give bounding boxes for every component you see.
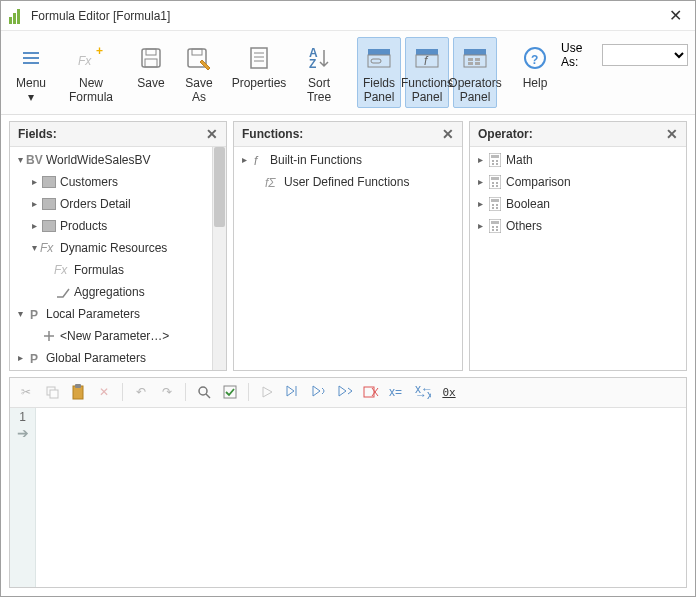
- code-editor[interactable]: 1 ➔: [10, 408, 686, 587]
- tree-node-products[interactable]: ▸ Products: [10, 215, 212, 237]
- play-icon: [261, 386, 273, 398]
- help-button[interactable]: ? Help: [513, 37, 557, 108]
- tree-node-customers[interactable]: ▸ Customers: [10, 171, 212, 193]
- tree-node-math[interactable]: ▸ Math: [470, 149, 686, 171]
- tree-node-formulas[interactable]: ▸ Fx Formulas: [10, 259, 212, 281]
- delete-button[interactable]: ✕: [94, 382, 114, 402]
- formula-editor-area: ✂ ✕ ↶ ↷ x= x←→x 0x 1 ➔: [9, 377, 687, 588]
- svg-text:x=: x=: [389, 385, 402, 399]
- svg-text:→x: →x: [415, 388, 431, 399]
- svg-text:?: ?: [531, 53, 538, 67]
- svg-point-64: [496, 204, 498, 206]
- redo-button[interactable]: ↷: [157, 382, 177, 402]
- editor-toolbar: ✂ ✕ ↶ ↷ x= x←→x 0x: [10, 378, 686, 408]
- save-button[interactable]: Save: [129, 37, 173, 108]
- menu-button[interactable]: Menu ▾: [9, 37, 53, 108]
- bv-icon: BV: [26, 152, 44, 168]
- window-title: Formula Editor [Formula1]: [31, 9, 663, 23]
- fields-panel: Fields: ✕ ▾ BV WorldWideSalesBV ▸ Custom…: [9, 121, 227, 371]
- fields-panel-icon: [363, 42, 395, 74]
- save-as-button[interactable]: Save As: [177, 37, 221, 108]
- svg-point-66: [496, 207, 498, 209]
- tree-node-dynamic-resources[interactable]: ▾ Fx Dynamic Resources: [10, 237, 212, 259]
- operators-panel-title: Operator:: [478, 127, 666, 141]
- cut-button[interactable]: ✂: [16, 382, 36, 402]
- undo-icon: ↶: [136, 385, 146, 399]
- svg-point-63: [492, 204, 494, 206]
- fx-icon: Fx: [54, 262, 72, 278]
- svg-point-58: [496, 182, 498, 184]
- new-formula-button[interactable]: Fx+ New Formula: [69, 37, 113, 108]
- menu-icon: [15, 42, 47, 74]
- find-button[interactable]: [194, 382, 214, 402]
- paste-button[interactable]: [68, 382, 88, 402]
- variables-button[interactable]: x←→x: [413, 382, 433, 402]
- tree-node-user-defined-functions[interactable]: ▸ fΣ User Defined Functions: [234, 171, 462, 193]
- tree-node-builtin-functions[interactable]: ▸ f Built-in Functions: [234, 149, 462, 171]
- tree-node-aggregations[interactable]: ▸ Aggregations: [10, 281, 212, 303]
- functions-panel-button[interactable]: f Functions Panel: [405, 37, 449, 108]
- tree-node-comparison[interactable]: ▸ Comparison: [470, 171, 686, 193]
- svg-point-65: [492, 207, 494, 209]
- fields-panel-label: Fields Panel: [363, 76, 395, 105]
- hex-button[interactable]: 0x: [439, 382, 459, 402]
- run-button[interactable]: [257, 382, 277, 402]
- clear-breakpoints-button[interactable]: [361, 382, 381, 402]
- svg-rect-62: [491, 199, 499, 202]
- use-as-group: Use As:: [561, 37, 694, 69]
- tree-node-boolean[interactable]: ▸ Boolean: [470, 193, 686, 215]
- calculator-icon: [486, 218, 504, 234]
- step-over-button[interactable]: [309, 382, 329, 402]
- tree-node-local-parameters[interactable]: ▾ P Local Parameters: [10, 303, 212, 325]
- fields-panel-close[interactable]: ✕: [206, 126, 218, 142]
- sort-tree-button[interactable]: AZ Sort Tree: [297, 37, 341, 108]
- svg-point-77: [199, 387, 207, 395]
- tree-node-new-parameter[interactable]: ▸ <New Parameter…>: [10, 325, 212, 347]
- plus-icon: [40, 328, 58, 344]
- copy-button[interactable]: [42, 382, 62, 402]
- svg-rect-50: [491, 155, 499, 158]
- close-button[interactable]: ✕: [663, 6, 687, 25]
- tree-node-orders-detail[interactable]: ▸ Orders Detail: [10, 193, 212, 215]
- use-as-select[interactable]: [602, 44, 688, 66]
- tree-node-special-fields[interactable]: ▸ Special Fields: [10, 369, 212, 370]
- titlebar: Formula Editor [Formula1] ✕: [1, 1, 695, 31]
- parameter-icon: P: [26, 350, 44, 366]
- operators-panel-header: Operator: ✕: [470, 122, 686, 147]
- svg-rect-6: [146, 49, 156, 55]
- svg-rect-26: [468, 62, 473, 65]
- check-button[interactable]: [220, 382, 240, 402]
- code-text[interactable]: [36, 408, 686, 587]
- operators-panel-button[interactable]: Operators Panel: [453, 37, 497, 108]
- copy-icon: [45, 385, 59, 399]
- help-label: Help: [523, 76, 548, 90]
- menu-label: Menu: [16, 76, 46, 90]
- fields-scrollbar[interactable]: [212, 147, 226, 370]
- current-line-marker-icon: ➔: [17, 426, 29, 440]
- svg-point-72: [496, 229, 498, 231]
- step-in-button[interactable]: [283, 382, 303, 402]
- operators-panel-close[interactable]: ✕: [666, 126, 678, 142]
- step-out-icon: [337, 385, 353, 399]
- svg-rect-25: [475, 58, 480, 61]
- parameter-icon: P: [26, 306, 44, 322]
- svg-point-51: [492, 160, 494, 162]
- svg-point-52: [496, 160, 498, 162]
- svg-line-78: [206, 394, 210, 398]
- undo-button[interactable]: ↶: [131, 382, 151, 402]
- variables-icon: x←→x: [415, 385, 431, 399]
- tree-node-root[interactable]: ▾ BV WorldWideSalesBV: [10, 149, 212, 171]
- functions-panel-close[interactable]: ✕: [442, 126, 454, 142]
- tree-node-others[interactable]: ▸ Others: [470, 215, 686, 237]
- svg-rect-76: [75, 384, 81, 388]
- new-formula-label: New Formula: [69, 76, 113, 105]
- scissors-icon: ✂: [21, 385, 31, 399]
- properties-button[interactable]: Properties: [237, 37, 281, 108]
- tree-node-global-parameters[interactable]: ▸ P Global Parameters: [10, 347, 212, 369]
- fields-panel-title: Fields:: [18, 127, 206, 141]
- step-over-icon: [311, 385, 327, 399]
- fields-panel-button[interactable]: Fields Panel: [357, 37, 401, 108]
- step-out-button[interactable]: [335, 382, 355, 402]
- watch-button[interactable]: x=: [387, 382, 407, 402]
- svg-rect-16: [368, 49, 390, 55]
